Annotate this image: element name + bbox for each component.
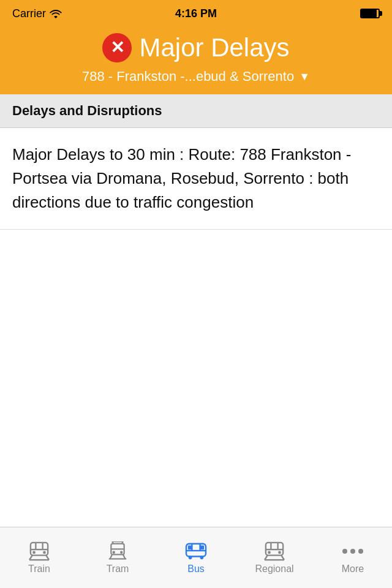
train-icon: [28, 541, 51, 561]
regional-train-icon: [263, 541, 286, 561]
tab-tram-label: Tram: [107, 564, 129, 575]
page-title: Major Delays: [139, 33, 289, 62]
tab-bus[interactable]: Bus: [157, 527, 235, 588]
svg-point-22: [200, 556, 204, 559]
bus-icon: [184, 541, 208, 561]
delay-content: Major Delays to 30 min : Route: 788 Fran…: [0, 128, 392, 230]
route-selector[interactable]: 788 - Frankston -...ebud & Sorrento ▼: [12, 69, 380, 85]
svg-point-32: [278, 551, 281, 554]
route-label: 788 - Frankston -...ebud & Sorrento: [82, 69, 294, 85]
tram-icon: [106, 541, 129, 561]
battery-indicator: [360, 9, 380, 18]
error-icon: ✕: [102, 33, 132, 62]
delay-message: Major Delays to 30 min : Route: 788 Fran…: [12, 143, 380, 214]
carrier-label: Carrier: [12, 7, 62, 20]
time-label: 4:16 PM: [175, 7, 217, 20]
section-title: Delays and Disruptions: [12, 103, 380, 119]
tab-train-label: Train: [28, 564, 50, 575]
wifi-icon: [50, 9, 62, 18]
header-title-row: ✕ Major Delays: [12, 33, 380, 62]
svg-point-5: [43, 551, 46, 554]
svg-point-11: [113, 551, 115, 553]
tab-train[interactable]: Train: [0, 527, 78, 588]
tab-more-label: More: [342, 564, 364, 575]
page-header: ✕ Major Delays 788 - Frankston -...ebud …: [0, 27, 392, 94]
tab-regional-label: Regional: [255, 564, 293, 575]
section-header: Delays and Disruptions: [0, 94, 392, 128]
chevron-down-icon: ▼: [299, 70, 310, 83]
tab-tram[interactable]: Tram: [78, 527, 157, 588]
svg-point-21: [189, 556, 192, 559]
svg-rect-26: [200, 545, 205, 549]
svg-rect-25: [188, 545, 192, 549]
more-dots-icon: [342, 541, 363, 561]
tab-more[interactable]: More: [314, 527, 392, 588]
tab-bus-label: Bus: [187, 564, 205, 575]
tab-bar: Train Tram Bus: [0, 527, 392, 588]
svg-point-12: [120, 551, 123, 553]
tab-regional[interactable]: Regional: [235, 527, 314, 588]
svg-point-31: [268, 551, 271, 554]
svg-point-4: [32, 551, 36, 554]
status-bar: Carrier 4:16 PM: [0, 0, 392, 27]
